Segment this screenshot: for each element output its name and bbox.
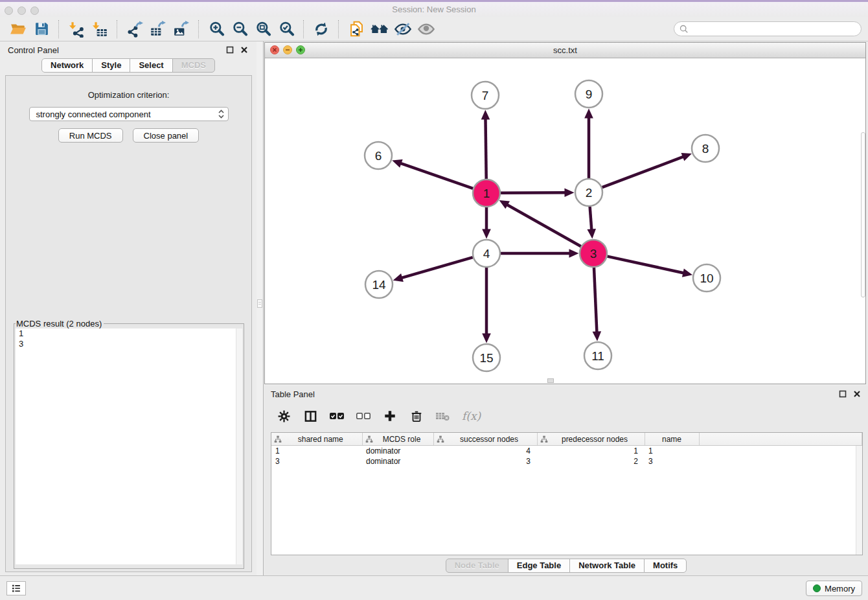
columns-icon (304, 410, 317, 423)
tab-edge-table[interactable]: Edge Table (508, 559, 570, 573)
tab-network[interactable]: Network (41, 58, 93, 73)
table-cell[interactable]: 4 (433, 446, 537, 457)
edge-1-2[interactable] (501, 192, 567, 193)
table-row[interactable]: 1dominator411 (271, 446, 862, 457)
close-table-panel-icon[interactable] (852, 389, 862, 399)
float-panel-icon[interactable] (225, 45, 234, 55)
hide-selected-button[interactable] (391, 19, 415, 40)
dropdown-stepper-icon (217, 109, 225, 119)
edge-arrowhead (593, 331, 602, 341)
tab-motifs[interactable]: Motifs (644, 559, 687, 573)
list-icon (11, 583, 21, 594)
node-label: 1 (483, 187, 490, 200)
run-mcds-button[interactable]: Run MCDS (58, 128, 123, 143)
export-network-button[interactable] (123, 19, 146, 40)
column-header-successor-nodes[interactable]: successor nodes (433, 433, 537, 446)
tab-network-table[interactable]: Network Table (569, 559, 645, 573)
tab-style[interactable]: Style (92, 58, 130, 73)
result-scrollbar[interactable] (236, 329, 242, 564)
splitter-grip[interactable] (257, 299, 262, 308)
column-layout-button[interactable] (303, 408, 318, 424)
table-cell[interactable]: 3 (271, 456, 362, 467)
eye-icon (417, 20, 435, 38)
node-label: 8 (702, 142, 709, 156)
show-all-button[interactable] (415, 19, 438, 40)
table-cell[interactable]: 3 (645, 456, 699, 467)
column-header-name[interactable]: name (645, 433, 699, 446)
column-header-shared-name[interactable]: shared name (271, 433, 362, 446)
close-panel-button[interactable]: Close panel (133, 128, 200, 143)
edge-arrowhead (682, 268, 692, 277)
zoom-in-icon (208, 20, 225, 38)
import-table-button[interactable] (88, 19, 111, 40)
import-network-button[interactable] (65, 19, 88, 40)
save-session-button[interactable] (30, 19, 53, 40)
zoom-out-button[interactable] (228, 19, 251, 40)
open-session-button[interactable] (6, 19, 30, 40)
vertical-splitter[interactable] (257, 41, 264, 575)
column-header-mcds-role[interactable]: MCDS role (362, 433, 433, 446)
status-bar: Memory (0, 575, 868, 600)
delete-column-button[interactable] (409, 408, 424, 424)
table-cell[interactable]: dominator (362, 446, 433, 457)
add-column-button[interactable] (382, 408, 398, 424)
node-label: 4 (483, 247, 490, 260)
memory-button[interactable]: Memory (806, 581, 862, 596)
table-panel: Table Panel (264, 386, 868, 575)
table-cell[interactable]: 1 (537, 446, 645, 457)
zoom-selected-button[interactable] (275, 19, 298, 40)
column-header-predecessor-nodes[interactable]: predecessor nodes (537, 433, 645, 446)
export-table-button[interactable] (146, 19, 170, 40)
trash-icon (410, 410, 423, 422)
table-vertical-scrollbar[interactable] (856, 446, 862, 555)
edge-3-10[interactable] (607, 257, 685, 273)
edge-3-1[interactable] (506, 204, 581, 246)
mcds-result-list: 13 (16, 329, 242, 564)
table-row[interactable]: 3dominator323 (271, 456, 862, 467)
mcds-result-line: 3 (16, 339, 242, 349)
table-settings-button[interactable] (276, 408, 291, 424)
memory-label: Memory (825, 584, 855, 594)
search-field[interactable] (674, 21, 862, 36)
table-cell[interactable]: dominator (362, 456, 433, 467)
zoom-fit-button[interactable] (251, 19, 275, 40)
task-history-button[interactable] (6, 581, 26, 595)
table-cell[interactable]: 3 (433, 456, 537, 467)
zoom-in-button[interactable] (205, 19, 228, 40)
edge-1-6[interactable] (400, 163, 474, 188)
table-cell[interactable]: 1 (645, 446, 699, 457)
node-table: shared name MCDS role successor nodes pr… (271, 432, 863, 555)
float-table-panel-icon[interactable] (838, 389, 847, 399)
table-cell[interactable]: 1 (271, 446, 362, 457)
edge-arrowhead (482, 229, 491, 239)
reset-view-button[interactable] (368, 19, 391, 40)
edge-2-3[interactable] (590, 207, 592, 231)
mcds-panel: Optimization criterion: strongly connect… (5, 75, 252, 572)
export-image-button[interactable] (170, 19, 193, 40)
network-window-titlebar[interactable]: scc.txt (265, 43, 865, 58)
tab-select[interactable]: Select (130, 58, 172, 73)
close-panel-icon[interactable] (239, 45, 249, 55)
tab-node-table[interactable]: Node Table (446, 559, 508, 573)
plus-icon (383, 410, 396, 422)
apply-layout-button[interactable] (310, 19, 333, 40)
network-horizontal-scrollbar[interactable] (547, 378, 554, 383)
network-canvas[interactable]: 7968124314101511 (265, 58, 865, 384)
edge-arrowhead (392, 159, 402, 168)
edge-2-8[interactable] (602, 156, 685, 187)
search-input[interactable] (692, 23, 856, 34)
network-vertical-scrollbar[interactable] (861, 132, 865, 297)
tab-mcds[interactable]: MCDS (172, 58, 215, 73)
homes-icon (371, 20, 389, 38)
table-cell[interactable]: 2 (537, 456, 645, 467)
control-panel: Control Panel NetworkStyleSelectMCDS Opt… (0, 41, 257, 575)
clone-network-button[interactable] (345, 19, 368, 40)
edge-4-14[interactable] (400, 257, 473, 278)
mcds-result-group: MCDS result (2 nodes) 13 (14, 319, 244, 569)
edge-1-7[interactable] (485, 117, 486, 179)
edge-3-11[interactable] (594, 268, 597, 334)
deselect-all-button[interactable] (356, 408, 371, 424)
column-tree-icon (437, 435, 444, 443)
criterion-dropdown[interactable]: strongly connected component (29, 107, 229, 121)
select-all-button[interactable] (329, 408, 345, 424)
